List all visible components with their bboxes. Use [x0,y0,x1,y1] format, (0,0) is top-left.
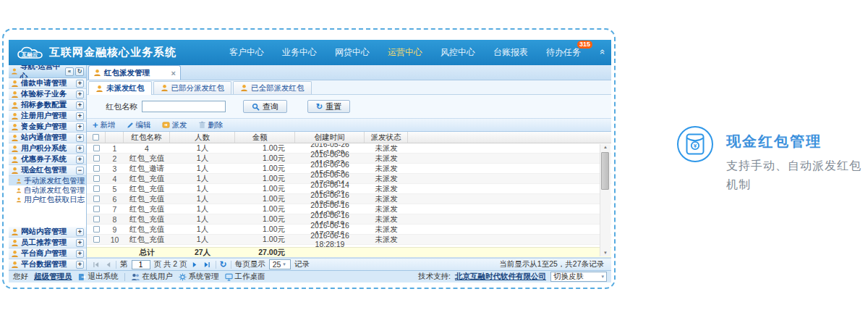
sidebar-group[interactable]: 站内通信管理 + [9,133,86,143]
header-collapse-icon[interactable]: « [597,49,608,54]
table-toolbar: + 新增 编辑 派发 删除 [87,118,611,132]
sidebar-menu: 借款申请管理 + 体验标子业务 + 招标参数配置 + 注册用户管理 + 资金账户… [9,78,86,270]
query-button[interactable]: 查询 [243,100,287,113]
add-button[interactable]: + 新增 [93,120,116,130]
sidebar-refresh-button[interactable]: ↻ [75,67,84,76]
prev-page-button[interactable] [103,260,112,269]
next-page-button[interactable] [191,260,200,269]
top-nav-item[interactable]: 风控中心 [441,46,475,59]
close-icon[interactable]: × [171,70,176,77]
system-admin-button[interactable]: 系统管理 [179,272,219,282]
sidebar-subitem[interactable]: 用户红包获取日志 [9,195,86,204]
expand-toggle-icon[interactable]: + [76,145,84,153]
redpacket-name-input[interactable] [142,101,226,112]
sidebar-group[interactable]: 用户积分系统 + [9,143,86,154]
top-nav-item[interactable]: 台账报表 [493,46,528,59]
reset-button[interactable]: ↻ 重置 [307,100,350,113]
expand-toggle-icon[interactable]: + [76,134,84,142]
expand-toggle-icon[interactable]: + [76,228,84,236]
page-prefix: 第 [120,259,128,269]
row-checkbox[interactable] [93,216,100,222]
top-nav-item[interactable]: 客户中心 [229,46,264,59]
sidebar-subitem[interactable]: 手动派发红包管理 [9,176,86,185]
sidebar-group[interactable]: 优惠券子系统 + [9,154,86,165]
sidebar-collapse-button[interactable]: « [65,67,74,76]
top-nav-item[interactable]: 运营中心 [388,46,422,59]
expand-toggle-icon[interactable]: + [76,156,84,164]
row-checkbox[interactable] [93,155,100,162]
expand-toggle-icon[interactable]: + [76,80,84,88]
refresh-icon[interactable]: ↻ [220,260,227,269]
sidebar-group[interactable]: 体验标子业务 + [9,89,86,100]
skin-switcher-select[interactable]: 切换皮肤 ▾ [550,272,607,282]
top-nav-item[interactable]: 网贷中心 [335,46,370,59]
tab-redpacket-distribution[interactable]: 红包派发管理 × [88,65,181,80]
cell-created: 2016-06-16 18:28:19 [295,231,365,248]
expand-toggle-icon[interactable]: + [76,261,84,269]
expand-toggle-icon[interactable]: + [76,91,84,99]
row-checkbox[interactable] [93,236,100,243]
last-page-button[interactable] [203,260,212,269]
page-number-input[interactable] [132,260,150,269]
distribute-button[interactable]: 派发 [162,120,187,130]
sub-tab[interactable]: 已部分派发红包 [153,81,232,94]
expand-toggle-icon[interactable]: + [76,101,84,109]
row-checkbox[interactable] [93,206,100,212]
row-checkbox[interactable] [93,196,100,202]
user-icon [11,250,19,258]
row-checkbox[interactable] [93,175,100,182]
row-checkbox[interactable] [93,185,100,192]
row-checkbox[interactable] [93,145,100,151]
col-amount[interactable]: 金额 [235,132,295,143]
sidebar-group[interactable]: 招标参数配置 + [9,100,86,111]
col-name[interactable]: 红包名称 [124,132,170,143]
sub-tab[interactable]: 未派发红包 [88,81,152,95]
top-nav-item[interactable]: 业务中心 [282,46,317,59]
sub-tab[interactable]: 已全部派发红包 [233,81,312,94]
scroll-down-icon[interactable]: ▼ [600,250,610,256]
first-page-button[interactable] [91,260,100,269]
support-company-link[interactable]: 北京互融时代软件有限公司 [455,272,546,282]
logout-button[interactable]: 退出系统 [78,272,119,282]
sidebar-group[interactable]: 借款申请管理 + [9,78,86,89]
edit-button[interactable]: 编辑 [127,120,151,130]
col-people[interactable]: 人数 [170,132,235,143]
expand-toggle-icon[interactable]: + [76,239,84,247]
gear-icon [179,273,187,281]
sidebar-group[interactable]: 平台商户管理 + [9,248,86,259]
username-link[interactable]: 超级管理员 [34,272,72,282]
cell-people: 1人 [170,154,235,164]
sidebar-group[interactable]: 网站内容管理 + [9,227,86,238]
monitor-icon [225,273,233,281]
expand-toggle-icon[interactable]: + [76,112,84,120]
per-page-select[interactable]: 25 ▾ [269,259,291,269]
table-scrollbar[interactable]: ▲ ▼ [600,144,610,256]
scrollbar-thumb[interactable] [601,152,609,190]
col-created[interactable]: 创建时间 [295,132,365,143]
col-status[interactable]: 派发状态 [365,132,408,143]
sidebar-subitem[interactable]: 自动派发红包管理 [9,185,86,195]
user-icon [11,239,19,247]
sidebar-group[interactable]: 员工推荐管理 + [9,238,86,248]
table-row[interactable]: 10 红包_充值 1人 1.00元 2016-06-16 18:28:19 未派… [87,235,611,245]
row-checkbox[interactable] [93,165,100,172]
sidebar-group[interactable]: 现金红包管理 − [9,165,86,176]
online-users-button[interactable]: 在线用户 [131,272,173,282]
select-all-checkbox[interactable] [93,134,99,141]
expand-toggle-icon[interactable]: − [76,167,84,175]
sidebar-group[interactable]: 资金账户管理 + [9,122,86,133]
delete-button[interactable]: 删除 [198,120,224,130]
chevron-down-icon: ▾ [283,261,286,267]
user-icon [16,196,22,204]
work-desktop-button[interactable]: 工作桌面 [225,272,265,282]
expand-toggle-icon[interactable]: + [76,250,84,258]
scroll-up-icon[interactable]: ▲ [600,144,610,151]
expand-toggle-icon[interactable]: + [76,123,84,131]
top-nav-item[interactable]: 待办任务 315 [546,46,581,59]
user-icon [11,112,19,120]
search-panel: 红包名称 查询 ↻ 重置 [87,95,611,118]
refresh-icon: ↻ [316,102,323,112]
sidebar-group[interactable]: 平台数据管理 + [9,259,86,270]
row-checkbox[interactable] [93,226,100,232]
sidebar-group[interactable]: 注册用户管理 + [9,111,86,122]
